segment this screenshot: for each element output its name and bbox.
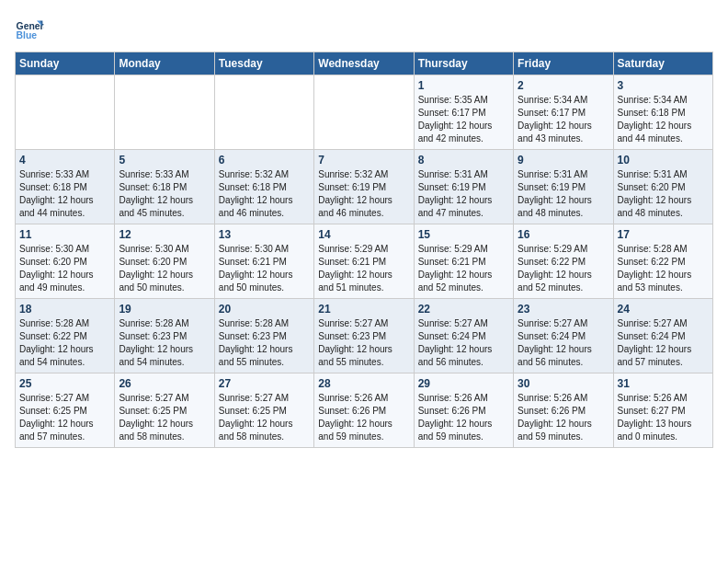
day-number: 9 <box>518 154 609 167</box>
day-cell: 1Sunrise: 5:35 AM Sunset: 6:17 PM Daylig… <box>414 75 513 150</box>
weekday-header-sunday: Sunday <box>16 52 115 75</box>
logo: General Blue <box>15 15 44 44</box>
day-cell: 17Sunrise: 5:28 AM Sunset: 6:22 PM Dayli… <box>613 224 712 299</box>
week-row-3: 11Sunrise: 5:30 AM Sunset: 6:20 PM Dayli… <box>16 224 713 299</box>
day-cell: 14Sunrise: 5:29 AM Sunset: 6:21 PM Dayli… <box>314 224 414 299</box>
day-info: Sunrise: 5:29 AM Sunset: 6:21 PM Dayligh… <box>418 243 509 294</box>
day-info: Sunrise: 5:27 AM Sunset: 6:23 PM Dayligh… <box>318 317 409 369</box>
day-cell: 10Sunrise: 5:31 AM Sunset: 6:20 PM Dayli… <box>613 150 712 224</box>
day-number: 30 <box>518 377 609 390</box>
day-number: 7 <box>318 154 409 167</box>
day-info: Sunrise: 5:26 AM Sunset: 6:26 PM Dayligh… <box>518 392 609 443</box>
day-info: Sunrise: 5:34 AM Sunset: 6:17 PM Dayligh… <box>518 94 609 145</box>
day-number: 19 <box>119 303 210 316</box>
day-cell <box>314 75 414 150</box>
weekday-header-row: SundayMondayTuesdayWednesdayThursdayFrid… <box>16 52 713 75</box>
week-row-4: 18Sunrise: 5:28 AM Sunset: 6:22 PM Dayli… <box>16 299 713 373</box>
day-cell: 9Sunrise: 5:31 AM Sunset: 6:19 PM Daylig… <box>514 150 613 224</box>
day-cell: 30Sunrise: 5:26 AM Sunset: 6:26 PM Dayli… <box>514 373 613 448</box>
day-cell: 18Sunrise: 5:28 AM Sunset: 6:22 PM Dayli… <box>16 299 115 373</box>
day-cell: 31Sunrise: 5:26 AM Sunset: 6:27 PM Dayli… <box>613 373 712 448</box>
day-info: Sunrise: 5:28 AM Sunset: 6:23 PM Dayligh… <box>219 317 310 369</box>
day-number: 13 <box>219 228 310 241</box>
day-number: 4 <box>19 154 110 167</box>
day-number: 15 <box>418 228 509 241</box>
day-info: Sunrise: 5:33 AM Sunset: 6:18 PM Dayligh… <box>119 168 210 220</box>
calendar-table: SundayMondayTuesdayWednesdayThursdayFrid… <box>15 52 713 448</box>
week-row-2: 4Sunrise: 5:33 AM Sunset: 6:18 PM Daylig… <box>16 150 713 224</box>
day-number: 16 <box>518 228 609 241</box>
day-number: 6 <box>219 154 310 167</box>
day-number: 26 <box>119 377 210 390</box>
day-cell: 21Sunrise: 5:27 AM Sunset: 6:23 PM Dayli… <box>314 299 414 373</box>
day-cell: 2Sunrise: 5:34 AM Sunset: 6:17 PM Daylig… <box>514 75 613 150</box>
weekday-header-saturday: Saturday <box>613 52 712 75</box>
day-info: Sunrise: 5:35 AM Sunset: 6:17 PM Dayligh… <box>418 94 509 145</box>
day-cell: 16Sunrise: 5:29 AM Sunset: 6:22 PM Dayli… <box>514 224 613 299</box>
day-cell <box>115 75 214 150</box>
day-info: Sunrise: 5:32 AM Sunset: 6:19 PM Dayligh… <box>318 168 409 220</box>
day-number: 8 <box>418 154 509 167</box>
day-info: Sunrise: 5:30 AM Sunset: 6:21 PM Dayligh… <box>219 243 310 294</box>
day-cell: 7Sunrise: 5:32 AM Sunset: 6:19 PM Daylig… <box>314 150 414 224</box>
week-row-5: 25Sunrise: 5:27 AM Sunset: 6:25 PM Dayli… <box>16 373 713 448</box>
day-number: 21 <box>318 303 409 316</box>
day-info: Sunrise: 5:27 AM Sunset: 6:24 PM Dayligh… <box>518 317 609 369</box>
day-cell: 5Sunrise: 5:33 AM Sunset: 6:18 PM Daylig… <box>115 150 214 224</box>
day-info: Sunrise: 5:30 AM Sunset: 6:20 PM Dayligh… <box>19 243 110 294</box>
day-number: 28 <box>318 377 409 390</box>
day-info: Sunrise: 5:27 AM Sunset: 6:25 PM Dayligh… <box>19 392 110 443</box>
day-cell: 25Sunrise: 5:27 AM Sunset: 6:25 PM Dayli… <box>16 373 115 448</box>
day-info: Sunrise: 5:27 AM Sunset: 6:24 PM Dayligh… <box>618 317 709 369</box>
svg-text:Blue: Blue <box>17 30 38 40</box>
day-info: Sunrise: 5:32 AM Sunset: 6:18 PM Dayligh… <box>219 168 310 220</box>
day-number: 25 <box>19 377 110 390</box>
day-number: 20 <box>219 303 310 316</box>
day-cell: 12Sunrise: 5:30 AM Sunset: 6:20 PM Dayli… <box>115 224 214 299</box>
day-cell: 19Sunrise: 5:28 AM Sunset: 6:23 PM Dayli… <box>115 299 214 373</box>
weekday-header-thursday: Thursday <box>414 52 513 75</box>
day-info: Sunrise: 5:26 AM Sunset: 6:27 PM Dayligh… <box>618 392 709 443</box>
day-info: Sunrise: 5:27 AM Sunset: 6:24 PM Dayligh… <box>418 317 509 369</box>
day-number: 10 <box>618 154 709 167</box>
day-number: 17 <box>618 228 709 241</box>
day-cell: 27Sunrise: 5:27 AM Sunset: 6:25 PM Dayli… <box>214 373 313 448</box>
day-info: Sunrise: 5:27 AM Sunset: 6:25 PM Dayligh… <box>219 392 310 443</box>
day-info: Sunrise: 5:30 AM Sunset: 6:20 PM Dayligh… <box>119 243 210 294</box>
day-info: Sunrise: 5:28 AM Sunset: 6:22 PM Dayligh… <box>618 243 709 294</box>
day-number: 14 <box>318 228 409 241</box>
day-info: Sunrise: 5:27 AM Sunset: 6:25 PM Dayligh… <box>119 392 210 443</box>
day-info: Sunrise: 5:33 AM Sunset: 6:18 PM Dayligh… <box>19 168 110 220</box>
day-number: 22 <box>418 303 509 316</box>
page-header: General Blue <box>15 15 713 44</box>
day-info: Sunrise: 5:34 AM Sunset: 6:18 PM Dayligh… <box>618 94 709 145</box>
day-cell: 15Sunrise: 5:29 AM Sunset: 6:21 PM Dayli… <box>414 224 513 299</box>
day-info: Sunrise: 5:26 AM Sunset: 6:26 PM Dayligh… <box>418 392 509 443</box>
weekday-header-wednesday: Wednesday <box>314 52 414 75</box>
weekday-header-friday: Friday <box>514 52 613 75</box>
day-cell: 29Sunrise: 5:26 AM Sunset: 6:26 PM Dayli… <box>414 373 513 448</box>
day-number: 2 <box>518 79 609 92</box>
day-cell: 26Sunrise: 5:27 AM Sunset: 6:25 PM Dayli… <box>115 373 214 448</box>
logo-icon: General Blue <box>15 15 44 44</box>
day-number: 31 <box>618 377 709 390</box>
day-cell <box>214 75 313 150</box>
day-info: Sunrise: 5:28 AM Sunset: 6:22 PM Dayligh… <box>19 317 110 369</box>
day-number: 24 <box>618 303 709 316</box>
day-number: 1 <box>418 79 509 92</box>
day-number: 18 <box>19 303 110 316</box>
day-number: 3 <box>618 79 709 92</box>
day-info: Sunrise: 5:29 AM Sunset: 6:22 PM Dayligh… <box>518 243 609 294</box>
day-number: 11 <box>19 228 110 241</box>
day-info: Sunrise: 5:31 AM Sunset: 6:20 PM Dayligh… <box>618 168 709 220</box>
day-cell <box>16 75 115 150</box>
day-number: 27 <box>219 377 310 390</box>
day-cell: 8Sunrise: 5:31 AM Sunset: 6:19 PM Daylig… <box>414 150 513 224</box>
week-row-1: 1Sunrise: 5:35 AM Sunset: 6:17 PM Daylig… <box>16 75 713 150</box>
day-info: Sunrise: 5:26 AM Sunset: 6:26 PM Dayligh… <box>318 392 409 443</box>
day-number: 23 <box>518 303 609 316</box>
day-number: 29 <box>418 377 509 390</box>
weekday-header-tuesday: Tuesday <box>214 52 313 75</box>
day-cell: 24Sunrise: 5:27 AM Sunset: 6:24 PM Dayli… <box>613 299 712 373</box>
day-cell: 20Sunrise: 5:28 AM Sunset: 6:23 PM Dayli… <box>214 299 313 373</box>
